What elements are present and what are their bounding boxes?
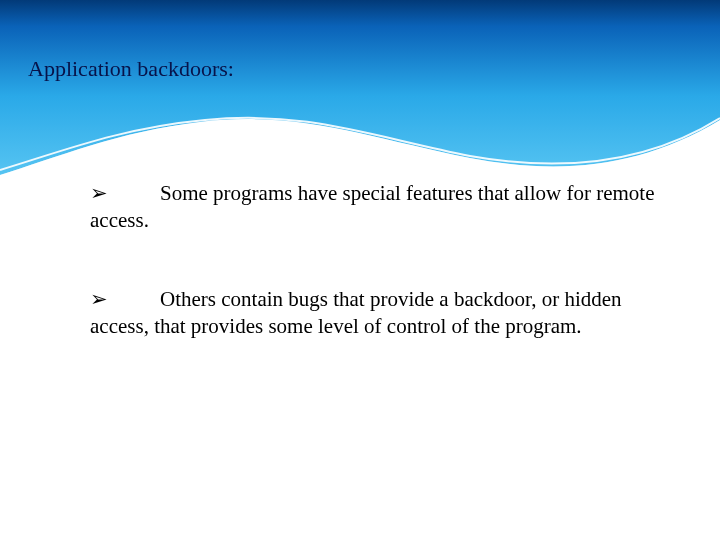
slide: Application backdoors: ➢Some programs ha…: [0, 0, 720, 540]
chevron-right-icon: ➢: [90, 286, 108, 313]
slide-title: Application backdoors:: [28, 56, 234, 82]
bullet-item: ➢Others contain bugs that provide a back…: [90, 286, 660, 340]
bullet-text: Others contain bugs that provide a backd…: [90, 287, 622, 338]
header-wave-bg: [0, 0, 720, 180]
slide-content: ➢Some programs have special features tha…: [90, 180, 660, 392]
chevron-right-icon: ➢: [90, 180, 108, 207]
bullet-text: Some programs have special features that…: [90, 181, 654, 232]
bullet-item: ➢Some programs have special features tha…: [90, 180, 660, 234]
